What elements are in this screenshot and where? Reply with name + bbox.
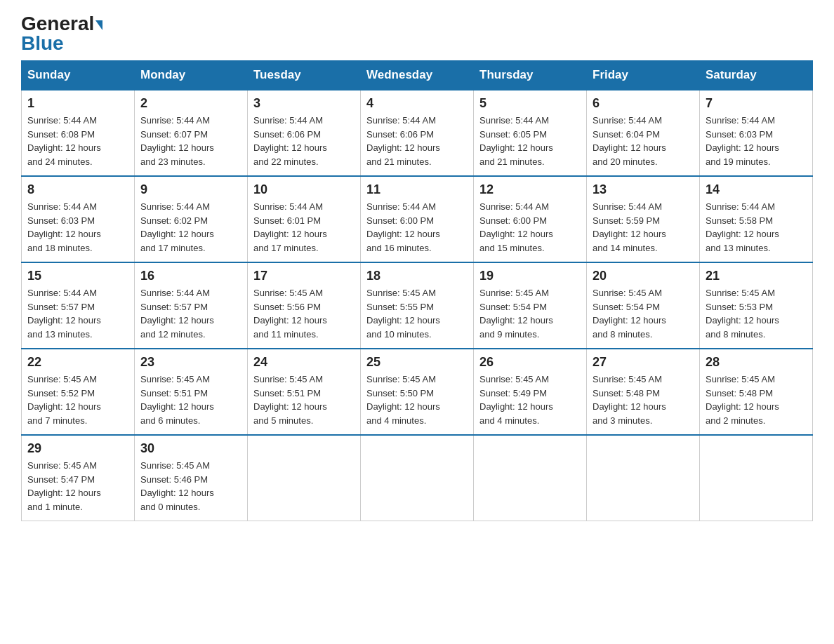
day-number: 9 [140, 182, 241, 197]
day-info: Sunrise: 5:44 AMSunset: 6:00 PMDaylight:… [479, 201, 553, 253]
day-info: Sunrise: 5:45 AMSunset: 5:55 PMDaylight:… [366, 288, 440, 340]
day-number: 26 [479, 355, 581, 370]
day-info: Sunrise: 5:45 AMSunset: 5:54 PMDaylight:… [593, 288, 666, 340]
day-number: 25 [366, 355, 468, 370]
weekday-header-friday: Friday [587, 61, 700, 90]
day-number: 24 [253, 355, 355, 370]
calendar-cell: 11 Sunrise: 5:44 AMSunset: 6:00 PMDaylig… [361, 176, 474, 262]
day-number: 6 [593, 96, 694, 111]
day-info: Sunrise: 5:44 AMSunset: 6:03 PMDaylight:… [706, 115, 779, 167]
calendar-cell: 28 Sunrise: 5:45 AMSunset: 5:48 PMDaylig… [700, 349, 813, 435]
calendar-week-row: 22 Sunrise: 5:45 AMSunset: 5:52 PMDaylig… [22, 349, 813, 435]
day-info: Sunrise: 5:44 AMSunset: 6:07 PMDaylight:… [140, 115, 214, 167]
day-number: 4 [366, 96, 468, 111]
calendar-cell [587, 435, 700, 521]
calendar-table: SundayMondayTuesdayWednesdayThursdayFrid… [21, 60, 813, 521]
calendar-cell: 27 Sunrise: 5:45 AMSunset: 5:48 PMDaylig… [587, 349, 700, 435]
calendar-cell: 13 Sunrise: 5:44 AMSunset: 5:59 PMDaylig… [587, 176, 700, 262]
day-number: 17 [253, 269, 355, 283]
day-info: Sunrise: 5:45 AMSunset: 5:56 PMDaylight:… [253, 288, 327, 340]
day-info: Sunrise: 5:45 AMSunset: 5:46 PMDaylight:… [140, 460, 214, 512]
day-number: 11 [366, 182, 468, 197]
day-info: Sunrise: 5:45 AMSunset: 5:52 PMDaylight:… [27, 374, 101, 426]
logo: GeneralBlue [21, 14, 102, 53]
calendar-cell: 21 Sunrise: 5:45 AMSunset: 5:53 PMDaylig… [700, 262, 813, 349]
calendar-cell: 14 Sunrise: 5:44 AMSunset: 5:58 PMDaylig… [700, 176, 813, 262]
calendar-cell: 2 Sunrise: 5:44 AMSunset: 6:07 PMDayligh… [135, 90, 248, 176]
calendar-cell: 7 Sunrise: 5:44 AMSunset: 6:03 PMDayligh… [700, 90, 813, 176]
weekday-header-saturday: Saturday [700, 61, 813, 90]
calendar-cell: 20 Sunrise: 5:45 AMSunset: 5:54 PMDaylig… [587, 262, 700, 349]
day-number: 30 [140, 441, 241, 456]
day-number: 5 [479, 96, 581, 111]
day-number: 2 [140, 96, 241, 111]
day-info: Sunrise: 5:44 AMSunset: 5:57 PMDaylight:… [140, 288, 214, 340]
weekday-header-thursday: Thursday [474, 61, 587, 90]
day-number: 12 [479, 182, 581, 197]
day-info: Sunrise: 5:44 AMSunset: 5:59 PMDaylight:… [593, 201, 666, 253]
calendar-week-row: 15 Sunrise: 5:44 AMSunset: 5:57 PMDaylig… [22, 262, 813, 349]
day-number: 29 [27, 441, 128, 456]
day-info: Sunrise: 5:45 AMSunset: 5:54 PMDaylight:… [479, 288, 553, 340]
day-number: 23 [140, 355, 241, 370]
page-header: GeneralBlue [21, 14, 813, 53]
calendar-cell: 29 Sunrise: 5:45 AMSunset: 5:47 PMDaylig… [22, 435, 135, 521]
day-number: 19 [479, 269, 581, 283]
calendar-cell: 25 Sunrise: 5:45 AMSunset: 5:50 PMDaylig… [361, 349, 474, 435]
day-number: 18 [366, 269, 468, 283]
calendar-cell: 17 Sunrise: 5:45 AMSunset: 5:56 PMDaylig… [248, 262, 361, 349]
day-number: 10 [253, 182, 355, 197]
calendar-cell: 10 Sunrise: 5:44 AMSunset: 6:01 PMDaylig… [248, 176, 361, 262]
day-number: 28 [706, 355, 807, 370]
day-info: Sunrise: 5:45 AMSunset: 5:50 PMDaylight:… [366, 374, 440, 426]
day-number: 21 [706, 269, 807, 283]
day-info: Sunrise: 5:44 AMSunset: 6:04 PMDaylight:… [593, 115, 666, 167]
day-info: Sunrise: 5:44 AMSunset: 6:08 PMDaylight:… [27, 115, 101, 167]
calendar-week-row: 29 Sunrise: 5:45 AMSunset: 5:47 PMDaylig… [22, 435, 813, 521]
day-number: 15 [27, 269, 128, 283]
calendar-week-row: 8 Sunrise: 5:44 AMSunset: 6:03 PMDayligh… [22, 176, 813, 262]
logo-triangle-icon [95, 20, 102, 30]
day-number: 16 [140, 269, 241, 283]
day-number: 22 [27, 355, 128, 370]
calendar-cell: 18 Sunrise: 5:45 AMSunset: 5:55 PMDaylig… [361, 262, 474, 349]
calendar-cell: 3 Sunrise: 5:44 AMSunset: 6:06 PMDayligh… [248, 90, 361, 176]
logo-blue: Blue [21, 32, 64, 54]
weekday-header-row: SundayMondayTuesdayWednesdayThursdayFrid… [22, 61, 813, 90]
calendar-cell: 9 Sunrise: 5:44 AMSunset: 6:02 PMDayligh… [135, 176, 248, 262]
calendar-cell: 23 Sunrise: 5:45 AMSunset: 5:51 PMDaylig… [135, 349, 248, 435]
day-info: Sunrise: 5:45 AMSunset: 5:48 PMDaylight:… [706, 374, 779, 426]
calendar-cell [248, 435, 361, 521]
calendar-cell: 30 Sunrise: 5:45 AMSunset: 5:46 PMDaylig… [135, 435, 248, 521]
day-number: 13 [593, 182, 694, 197]
calendar-cell [700, 435, 813, 521]
calendar-cell: 1 Sunrise: 5:44 AMSunset: 6:08 PMDayligh… [22, 90, 135, 176]
calendar-cell: 16 Sunrise: 5:44 AMSunset: 5:57 PMDaylig… [135, 262, 248, 349]
day-info: Sunrise: 5:44 AMSunset: 6:01 PMDaylight:… [253, 201, 327, 253]
day-info: Sunrise: 5:44 AMSunset: 5:57 PMDaylight:… [27, 288, 101, 340]
day-info: Sunrise: 5:45 AMSunset: 5:51 PMDaylight:… [140, 374, 214, 426]
calendar-cell: 12 Sunrise: 5:44 AMSunset: 6:00 PMDaylig… [474, 176, 587, 262]
calendar-cell: 4 Sunrise: 5:44 AMSunset: 6:06 PMDayligh… [361, 90, 474, 176]
day-number: 14 [706, 182, 807, 197]
weekday-header-tuesday: Tuesday [248, 61, 361, 90]
calendar-week-row: 1 Sunrise: 5:44 AMSunset: 6:08 PMDayligh… [22, 90, 813, 176]
day-info: Sunrise: 5:44 AMSunset: 6:05 PMDaylight:… [479, 115, 553, 167]
calendar-cell: 24 Sunrise: 5:45 AMSunset: 5:51 PMDaylig… [248, 349, 361, 435]
day-number: 20 [593, 269, 694, 283]
calendar-cell [474, 435, 587, 521]
logo-text: GeneralBlue [21, 14, 102, 53]
calendar-cell: 15 Sunrise: 5:44 AMSunset: 5:57 PMDaylig… [22, 262, 135, 349]
calendar-cell: 22 Sunrise: 5:45 AMSunset: 5:52 PMDaylig… [22, 349, 135, 435]
calendar-cell: 5 Sunrise: 5:44 AMSunset: 6:05 PMDayligh… [474, 90, 587, 176]
day-info: Sunrise: 5:44 AMSunset: 6:03 PMDaylight:… [27, 201, 101, 253]
day-number: 3 [253, 96, 355, 111]
weekday-header-monday: Monday [135, 61, 248, 90]
day-info: Sunrise: 5:45 AMSunset: 5:47 PMDaylight:… [27, 460, 101, 512]
day-number: 1 [27, 96, 128, 111]
day-info: Sunrise: 5:45 AMSunset: 5:49 PMDaylight:… [479, 374, 553, 426]
day-info: Sunrise: 5:44 AMSunset: 6:06 PMDaylight:… [366, 115, 440, 167]
calendar-cell: 8 Sunrise: 5:44 AMSunset: 6:03 PMDayligh… [22, 176, 135, 262]
day-number: 27 [593, 355, 694, 370]
day-info: Sunrise: 5:44 AMSunset: 5:58 PMDaylight:… [706, 201, 779, 253]
